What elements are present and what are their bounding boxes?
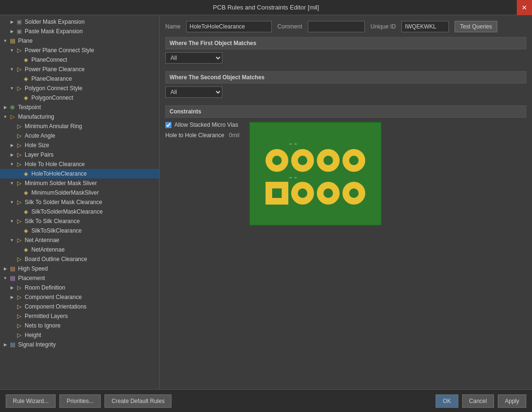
tree-item-silk-solder-child[interactable]: ◈SilkToSolderMaskClearance	[0, 207, 159, 216]
rule-icon-min-annular: ▷	[15, 122, 23, 130]
tree-item-solder-mask-exp[interactable]: ▶▣Solder Mask Expansion	[0, 17, 159, 27]
tree-item-layer-pairs[interactable]: ▶▷Layer Pairs	[0, 150, 159, 159]
pcb-pad-7	[342, 182, 365, 205]
expand-arrow-manufacturing[interactable]: ▼	[2, 114, 9, 119]
expand-arrow-solder-mask-exp[interactable]: ▶	[9, 19, 15, 24]
expand-arrow-signal-integrity[interactable]: ▶	[2, 342, 9, 347]
window-title: PCB Rules and Constraints Editor [mil]	[213, 4, 319, 11]
expand-arrow-hole-size[interactable]: ▶	[9, 143, 15, 148]
tree-item-min-annular[interactable]: ▷Minimum Annular Ring	[0, 122, 159, 131]
rule-icon-power-plane-clearance: ▷	[15, 66, 23, 73]
tree-item-high-speed[interactable]: ▶▤High Speed	[0, 264, 159, 273]
tree-item-polygon-connect-child[interactable]: ◈PolygonConnect	[0, 93, 159, 103]
expand-arrow-polygon-connect[interactable]: ▼	[9, 86, 15, 91]
tree-item-placement[interactable]: ▼▤Placement	[0, 273, 159, 283]
tree-item-manufacturing[interactable]: ▼▷Manufacturing	[0, 112, 159, 122]
rule-icon-silk-silk: ▷	[15, 217, 23, 225]
tree-label-board-outline: Board Outline Clearance	[25, 256, 87, 262]
expand-arrow-placement[interactable]: ▼	[2, 276, 9, 281]
tree-item-plane-clearance[interactable]: ◈PlaneClearance	[0, 74, 159, 84]
tree-label-component-orient: Component Orientations	[25, 303, 86, 310]
tree-item-power-plane-clearance[interactable]: ▼▷Power Plane Clearance	[0, 65, 159, 74]
tree-item-permitted-layers[interactable]: ▷Permitted Layers	[0, 311, 159, 321]
rule-icon-board-outline: ▷	[15, 255, 23, 263]
tree-item-signal-integrity[interactable]: ▶▤Signal Integrity	[0, 340, 159, 349]
rule-icon-component-orient: ▷	[15, 303, 23, 310]
tree-item-net-antennae[interactable]: ▼▷Net Antennae	[0, 235, 159, 245]
tree-item-power-plane-connect[interactable]: ▼▷Power Plane Connect Style	[0, 46, 159, 55]
manufacturing-icon-manufacturing: ▷	[9, 113, 16, 121]
tree-item-plane-connect[interactable]: ◈PlaneConnect	[0, 55, 159, 65]
expand-arrow-silk-silk[interactable]: ▼	[9, 219, 15, 224]
test-queries-button[interactable]: Test Queries	[455, 21, 497, 32]
expand-arrow-min-solder-mask[interactable]: ▼	[9, 181, 15, 186]
tree-item-height[interactable]: ▷Height	[0, 330, 159, 340]
name-label: Name	[165, 23, 180, 30]
hole-clearance-value: 0mil	[229, 132, 239, 139]
expand-arrow-hole-to-hole[interactable]: ▼	[9, 162, 15, 167]
tree-item-silk-silk-child[interactable]: ◈SilkToSilkClearance	[0, 226, 159, 235]
create-default-rules-button[interactable]: Create Default Rules	[104, 394, 171, 408]
tree-item-min-solder-mask-child[interactable]: ◈MinimumSolderMaskSliver	[0, 188, 159, 197]
tree-item-component-clearance[interactable]: ▶▷Component Clearance	[0, 292, 159, 302]
expand-arrow-plane[interactable]: ▼	[2, 38, 9, 43]
tree-item-min-solder-mask[interactable]: ▼▷Minimum Solder Mask Sliver	[0, 178, 159, 188]
tree-label-layer-pairs: Layer Pairs	[25, 151, 54, 158]
expand-arrow-testpoint[interactable]: ▶	[2, 105, 9, 110]
tree-item-silk-silk[interactable]: ▼▷Silk To Silk Clearance	[0, 216, 159, 226]
tree-item-polygon-connect[interactable]: ▼▷Polygon Connect Style	[0, 84, 159, 93]
tree-item-acute-angle[interactable]: ▷Acute Angle	[0, 131, 159, 140]
rule-child-icon-polygon-connect-child: ◈	[22, 94, 29, 102]
expand-arrow-silk-solder[interactable]: ▼	[9, 200, 15, 205]
rule-wizard-button[interactable]: Rule Wizard...	[6, 394, 56, 408]
expand-arrow-layer-pairs[interactable]: ▶	[9, 152, 15, 157]
tree-label-plane-clearance: PlaneClearance	[31, 75, 72, 82]
expand-arrow-net-antennae[interactable]: ▼	[9, 238, 15, 243]
constraints-body: Allow Stacked Micro Vias Hole to Hole Cl…	[165, 122, 526, 384]
tree-item-silk-solder[interactable]: ▼▷Silk To Solder Mask Clearance	[0, 197, 159, 207]
close-button[interactable]: ✕	[517, 0, 532, 15]
rule-icon-hole-size: ▷	[15, 141, 23, 149]
tree-item-net-antennae-child[interactable]: ◈NetAntennae	[0, 245, 159, 254]
tree-item-plane[interactable]: ▼▤Plane	[0, 36, 159, 46]
expand-arrow-room-definition[interactable]: ▶	[9, 285, 15, 290]
tree-item-hole-to-hole-child[interactable]: ◈HoleToHoleClearance	[0, 169, 159, 178]
tree-item-nets-ignore[interactable]: ▷Nets to Ignore	[0, 321, 159, 330]
expand-arrow-paste-mask-exp[interactable]: ▶	[9, 29, 15, 34]
tree-item-hole-to-hole[interactable]: ▼▷Hole To Hole Clearance	[0, 159, 159, 169]
expand-arrow-power-plane-connect[interactable]: ▼	[9, 48, 15, 53]
rule-child-icon-silk-solder-child: ◈	[22, 208, 29, 215]
placement-icon-placement: ▤	[9, 274, 16, 282]
second-object-dropdown[interactable]: All	[165, 86, 222, 98]
first-object-dropdown[interactable]: All	[165, 52, 222, 64]
plane-icon-solder-mask-exp: ▣	[15, 18, 23, 26]
tree-item-testpoint[interactable]: ▶⊕Testpoint	[0, 103, 159, 112]
tree-item-hole-size[interactable]: ▶▷Hole Size	[0, 140, 159, 150]
priorities-button[interactable]: Priorities...	[59, 394, 101, 408]
tree-item-board-outline[interactable]: ▷Board Outline Clearance	[0, 254, 159, 264]
allow-stacked-checkbox[interactable]	[165, 122, 171, 128]
form-header-row: Name Comment Unique ID Test Queries	[165, 21, 526, 32]
tree-item-paste-mask-exp[interactable]: ▶▣Paste Mask Expansion	[0, 27, 159, 36]
first-object-header: Where The First Object Matches	[165, 37, 526, 49]
right-panel: Name Comment Unique ID Test Queries Wher…	[160, 15, 532, 389]
second-object-section: Where The Second Object Matches All	[165, 71, 526, 101]
ok-button[interactable]: OK	[436, 394, 458, 408]
tree-label-placement: Placement	[18, 275, 45, 281]
tree-label-hole-to-hole-child: HoleToHoleClearance	[31, 170, 87, 177]
rule-icon-silk-solder: ▷	[15, 198, 23, 206]
tree-label-paste-mask-exp: Paste Mask Expansion	[25, 28, 83, 35]
expand-arrow-component-clearance[interactable]: ▶	[9, 295, 15, 300]
expand-arrow-high-speed[interactable]: ▶	[2, 266, 9, 271]
tree-label-nets-ignore: Nets to Ignore	[25, 322, 60, 329]
tree-label-net-antennae-child: NetAntennae	[31, 246, 65, 253]
expand-arrow-power-plane-clearance[interactable]: ▼	[9, 67, 15, 72]
uid-input[interactable]	[401, 21, 449, 32]
apply-button[interactable]: Apply	[498, 394, 526, 408]
cancel-button[interactable]: Cancel	[462, 394, 494, 408]
tree-label-component-clearance: Component Clearance	[25, 294, 82, 300]
name-input[interactable]	[186, 21, 272, 32]
tree-item-room-definition[interactable]: ▶▷Room Definition	[0, 283, 159, 292]
tree-item-component-orient[interactable]: ▷Component Orientations	[0, 302, 159, 311]
comment-input[interactable]	[308, 21, 365, 32]
